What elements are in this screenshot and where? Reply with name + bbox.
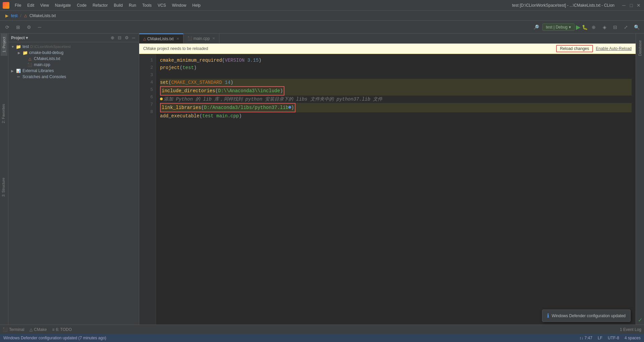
toolbar-coverage-button[interactable]: ⊟: [610, 22, 620, 32]
line-numbers: 1 2 3 4 5 6 7 8: [139, 54, 156, 325]
bottom-toolbar: ⬛ Terminal △ CMake ≡ 6: TODO 1 Event Log: [0, 325, 644, 334]
cpp-tab-close[interactable]: ✕: [212, 37, 215, 40]
tree-label-cmakelists: CMakeLists.txt: [34, 56, 60, 61]
tree-label-test: test: [22, 44, 29, 49]
line-ending[interactable]: LF: [598, 336, 602, 340]
collapse-all-icon[interactable]: ⊟: [117, 35, 122, 41]
toolbar-expand-editor[interactable]: ⤢: [621, 22, 631, 32]
tree-item-scratches[interactable]: ✏ Scratches and Consoles: [8, 74, 139, 80]
editor-tab-bar: △ CMakeLists.txt ✕ ⬛ main.cpp ✕: [139, 34, 636, 44]
database-tab[interactable]: Database: [637, 37, 643, 59]
toolbar-search-everywhere[interactable]: 🔍: [632, 22, 641, 32]
code-editor[interactable]: 1 2 3 4 5 6 7 8 cmake_minimum_required(V…: [139, 54, 636, 325]
toolbar-split-button[interactable]: ⊞: [13, 22, 23, 32]
menu-code[interactable]: Code: [74, 2, 89, 8]
toolbar-settings-button[interactable]: ⚙: [24, 22, 34, 32]
terminal-icon: ⬛: [3, 327, 8, 332]
reload-changes-button[interactable]: Reload changes: [556, 45, 593, 52]
menu-bar[interactable]: File Edit View Navigate Code Refactor Bu…: [12, 2, 505, 8]
tree-item-test-root[interactable]: ▼ 📁 test D:\CLionWorkSpace\test: [8, 44, 139, 50]
close-button[interactable]: ✕: [636, 3, 641, 8]
menu-tools[interactable]: Tools: [140, 2, 154, 8]
scratches-icon: ✏: [16, 74, 21, 79]
tree-label-maincpp: main.cpp: [34, 62, 50, 67]
reload-banner-message: CMake project needs to be reloaded: [143, 46, 208, 51]
menu-vcs[interactable]: VCS: [155, 2, 169, 8]
menu-view[interactable]: View: [38, 2, 52, 8]
breadcrumb-file[interactable]: CMakeLists.txt: [30, 13, 56, 18]
cmake-tab-bottom[interactable]: △ CMake: [30, 327, 47, 332]
favorites-tab[interactable]: 2: Favorites: [0, 101, 7, 126]
toolbar: ⟳ ⊞ ⚙ ─ 🔎 test | Debug ▾ ▶ 🐛 ⊕ ◈ ⊟ ⤢ 🔍: [0, 21, 644, 34]
menu-file[interactable]: File: [12, 2, 24, 8]
app-title: test [D:\CLionWorkSpace\test] - ...\CMak…: [512, 3, 614, 8]
project-panel-tab[interactable]: 1: Project: [1, 34, 7, 56]
toolbar-profile-button[interactable]: ◈: [600, 22, 609, 32]
checkmark-button[interactable]: ✓: [637, 316, 644, 325]
structure-vertical-tab: 3: Structure: [0, 174, 8, 200]
cpp-tab-icon: ⬛: [187, 36, 192, 41]
reload-banner-buttons: Reload changes Enable Auto-Reload: [556, 45, 632, 52]
tab-maincpp[interactable]: ⬛ main.cpp ✕: [183, 34, 220, 43]
tree-item-cmakelists[interactable]: △ CMakeLists.txt: [8, 56, 139, 62]
tree-item-maincpp[interactable]: ⬛ main.cpp: [8, 62, 139, 68]
cmake-tab-label: CMakeLists.txt: [147, 37, 174, 41]
run-button[interactable]: ▶: [576, 23, 581, 31]
project-panel: Project ▾ ⊕ ⊟ ⚙ ─ ▼ 📁 test D:\CLionWorkS…: [8, 34, 139, 325]
menu-edit[interactable]: Edit: [24, 2, 37, 8]
code-content[interactable]: cmake_minimum_required(VERSION 3.15) pro…: [156, 54, 636, 325]
settings-icon[interactable]: ⚙: [124, 35, 130, 41]
encoding[interactable]: UTF-8: [608, 336, 619, 340]
todo-tab[interactable]: ≡ 6: TODO: [52, 327, 72, 332]
debug-button[interactable]: 🐛: [582, 24, 588, 30]
breadcrumb[interactable]: ▶ test / △ CMakeLists.txt: [3, 13, 58, 19]
hide-panel-icon[interactable]: ─: [131, 35, 136, 41]
toolbar-sync-button[interactable]: ⟳: [3, 22, 12, 32]
tree-arrow-test: ▼: [11, 45, 16, 49]
maximize-button[interactable]: □: [629, 3, 634, 8]
breadcrumb-project-icon: ▶: [5, 13, 8, 18]
run-config-label: test | Debug: [546, 25, 568, 30]
breadcrumb-bar: ▶ test / △ CMakeLists.txt: [0, 11, 644, 21]
locate-file-icon[interactable]: ⊕: [110, 35, 115, 41]
notification-toast: ℹ Windows Defender configuration updated: [542, 309, 631, 322]
code-line-4: set(CMAKE_CXX_STANDARD 14): [160, 79, 632, 86]
event-log-button[interactable]: 1 Event Log: [620, 327, 641, 332]
menu-refactor[interactable]: Refactor: [90, 2, 110, 8]
terminal-tab[interactable]: ⬛ Terminal: [3, 327, 24, 332]
menu-navigate[interactable]: Navigate: [52, 2, 73, 8]
cmake-tab-close[interactable]: ✕: [176, 37, 179, 41]
enable-auto-reload-button[interactable]: Enable Auto-Reload: [596, 46, 632, 51]
structure-tab[interactable]: 3: Structure: [0, 174, 7, 200]
window-controls[interactable]: ─ □ ✕: [621, 3, 641, 8]
tree-label-scratches: Scratches and Consoles: [22, 74, 66, 79]
indent-info: 4 spaces: [625, 336, 641, 340]
run-config-selector[interactable]: test | Debug ▾: [542, 23, 575, 31]
code-line-6: 添加 Python 的 lib 库，同样找到 python 安装目录下的 lib…: [160, 96, 632, 103]
run-config-arrow: ▾: [569, 25, 571, 30]
tree-item-cmake-build[interactable]: ▶ 📁 cmake-build-debug: [8, 50, 139, 56]
tree-arrow-ext-libs: ▶: [11, 69, 16, 73]
code-line-8: add_executable(test main.cpp): [160, 112, 632, 120]
project-panel-actions[interactable]: ⊕ ⊟ ⚙ ─: [110, 35, 136, 41]
code-line-3: [160, 71, 632, 79]
menu-window[interactable]: Window: [169, 2, 189, 8]
tab-cmakelists[interactable]: △ CMakeLists.txt ✕: [139, 34, 183, 43]
cmake-icon: △: [27, 56, 33, 61]
cmake-bottom-icon: △: [30, 327, 33, 332]
cmake-bottom-label: CMake: [34, 327, 47, 332]
cursor-position: ↕↓ 7:47: [579, 336, 592, 340]
ext-libs-icon: 📊: [16, 68, 21, 73]
breadcrumb-project[interactable]: test: [11, 13, 17, 18]
tree-arrow-cmake-build: ▶: [18, 51, 22, 55]
minimize-button[interactable]: ─: [621, 3, 627, 8]
toolbar-minimize-panel-button[interactable]: ─: [35, 22, 44, 32]
title-bar: File Edit View Navigate Code Refactor Bu…: [0, 0, 644, 11]
notification-text: Windows Defender configuration updated: [552, 314, 626, 318]
menu-help[interactable]: Help: [190, 2, 203, 8]
menu-run[interactable]: Run: [126, 2, 139, 8]
toolbar-navigate-back[interactable]: 🔎: [532, 22, 541, 32]
tree-item-ext-libs[interactable]: ▶ 📊 External Libraries: [8, 68, 139, 74]
toolbar-attach-button[interactable]: ⊕: [589, 22, 598, 32]
menu-build[interactable]: Build: [111, 2, 125, 8]
